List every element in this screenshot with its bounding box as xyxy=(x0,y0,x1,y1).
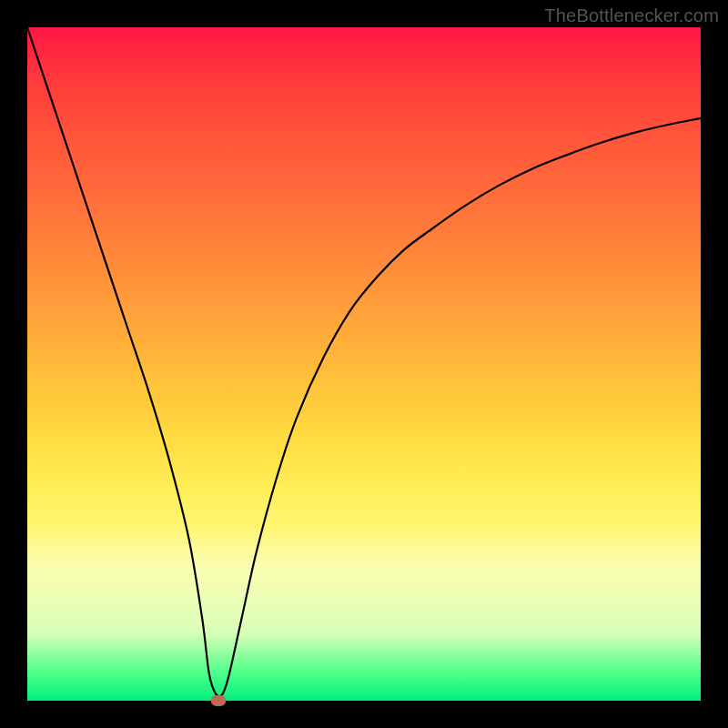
optimal-point-marker xyxy=(211,695,226,706)
plot-area xyxy=(27,27,701,701)
chart-frame: TheBottlenecker.com xyxy=(0,0,728,728)
curve-path xyxy=(27,27,701,696)
attribution-label: TheBottlenecker.com xyxy=(544,5,719,26)
bottleneck-curve xyxy=(27,27,701,701)
